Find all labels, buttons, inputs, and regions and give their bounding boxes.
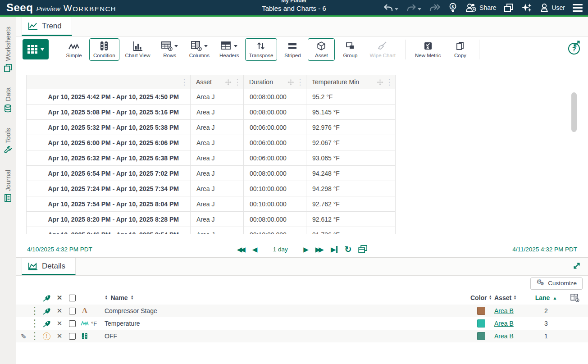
- toolbar-button-simple[interactable]: Simple: [60, 38, 87, 61]
- details-row-off[interactable]: ✎ ⋮ ! ✕ OFF Area B 1: [16, 330, 588, 342]
- name-column-header[interactable]: Name: [110, 294, 128, 301]
- color-swatch[interactable]: [477, 319, 485, 328]
- step-forward-fast-button[interactable]: ▶▶: [315, 246, 324, 253]
- range-start[interactable]: 4/10/2025 4:32 PM PDT: [27, 246, 92, 253]
- sort-icon[interactable]: ▲▼: [105, 296, 108, 300]
- toolbar-button-copy[interactable]: Copy: [447, 38, 474, 61]
- trend-expand-button[interactable]: [572, 39, 582, 49]
- add-user-icon: [465, 3, 477, 12]
- row-checkbox[interactable]: [69, 320, 76, 327]
- step-back-fast-button[interactable]: ◀◀: [237, 246, 246, 253]
- pencil-icon[interactable]: ✎: [19, 333, 27, 339]
- details-row-compressor-stage[interactable]: ⋮ ✕ A Compressor Stage Area B 2: [16, 305, 588, 317]
- toolbar-button-group[interactable]: Group: [337, 38, 364, 61]
- table-row[interactable]: Apr 10, 2025 4:42 PM - Apr 10, 2025 4:50…: [27, 89, 396, 105]
- lane-column-header[interactable]: Lane: [535, 294, 550, 301]
- customize-button[interactable]: ⚙⚙ Customize: [530, 278, 583, 290]
- table-row[interactable]: Apr 10, 2025 7:54 PM - Apr 10, 2025 8:04…: [27, 196, 396, 212]
- move-column-icon[interactable]: [287, 79, 294, 86]
- copy-worksheet-button[interactable]: [504, 3, 514, 13]
- item-name[interactable]: Compressor Stage: [105, 307, 157, 314]
- column-menu-icon[interactable]: ⋮: [386, 79, 392, 85]
- tab-details[interactable]: Details: [22, 258, 76, 275]
- sidebar-item-data[interactable]: Data: [4, 87, 12, 113]
- forward-all-button[interactable]: [429, 4, 441, 12]
- item-menu-icon[interactable]: ⋮: [32, 305, 38, 317]
- ai-assistant-button[interactable]: [521, 3, 532, 13]
- table-row[interactable]: Apr 10, 2025 5:08 PM - Apr 10, 2025 5:16…: [27, 105, 396, 120]
- toolbar-button-transpose[interactable]: Transpose: [245, 38, 278, 61]
- toolbar-button-headers[interactable]: Headers: [215, 38, 243, 61]
- column-menu-icon[interactable]: ⋮: [297, 79, 303, 85]
- range-duration[interactable]: 1 day: [264, 246, 296, 253]
- table-type-selector-button[interactable]: [23, 39, 49, 59]
- warning-icon[interactable]: !: [43, 332, 50, 340]
- remove-icon[interactable]: ✕: [57, 319, 63, 328]
- step-forward-button[interactable]: ▶: [303, 246, 309, 253]
- table-row[interactable]: Apr 10, 2025 5:32 PM - Apr 10, 2025 5:38…: [27, 120, 396, 135]
- table-row[interactable]: Apr 10, 2025 6:32 PM - Apr 10, 2025 6:38…: [27, 150, 396, 166]
- row-checkbox[interactable]: [69, 308, 76, 314]
- sidebar-item-tools[interactable]: Tools: [4, 128, 12, 155]
- copy-range-icon[interactable]: [358, 245, 367, 254]
- rocket-icon[interactable]: [43, 294, 50, 302]
- item-name[interactable]: Temperature: [105, 320, 140, 327]
- table-row[interactable]: Apr 10, 2025 8:20 PM - Apr 10, 2025 8:28…: [27, 212, 396, 227]
- sidebar-item-worksheets[interactable]: Worksheets: [4, 27, 12, 72]
- table-row[interactable]: Apr 10, 2025 6:54 PM - Apr 10, 2025 7:02…: [27, 166, 396, 181]
- table-row[interactable]: Apr 10, 2025 6:00 PM - Apr 10, 2025 6:06…: [27, 135, 396, 150]
- toolbar-button-new-metric[interactable]: New Metric: [411, 38, 445, 61]
- sidebar-item-journal[interactable]: Journal: [4, 170, 12, 203]
- breadcrumb[interactable]: My Folder: [281, 0, 307, 4]
- pricing-insights-button[interactable]: $: [448, 3, 457, 13]
- details-expand-button[interactable]: [572, 261, 582, 271]
- rocket-icon[interactable]: [43, 320, 50, 328]
- redo-button[interactable]: [406, 4, 421, 12]
- remove-all-icon[interactable]: ✕: [57, 294, 63, 302]
- toolbar-button-condition[interactable]: Condition: [89, 38, 119, 61]
- details-row-temperature[interactable]: ⋮ ✕ °F Temperature Area B 3: [16, 317, 588, 330]
- color-swatch[interactable]: [477, 307, 485, 315]
- vertical-scrollbar[interactable]: [571, 92, 577, 132]
- toolbar-button-wipe-chart[interactable]: Wipe Chart: [365, 38, 400, 61]
- toolbar-button-rows[interactable]: Rows: [156, 38, 183, 61]
- toolbar-button-columns[interactable]: Columns: [185, 38, 214, 61]
- move-column-icon[interactable]: [377, 79, 383, 86]
- add-column-icon[interactable]: [570, 294, 579, 302]
- move-column-icon[interactable]: [225, 79, 232, 86]
- sort-ascending-icon[interactable]: ▲: [552, 296, 557, 300]
- toolbar-button-chart-view[interactable]: Chart View: [121, 38, 155, 61]
- column-menu-icon[interactable]: ⋮: [234, 79, 241, 85]
- select-all-checkbox[interactable]: [69, 295, 76, 301]
- color-swatch[interactable]: [477, 332, 485, 340]
- item-menu-icon[interactable]: ⋮: [32, 330, 38, 342]
- asset-link[interactable]: Area B: [494, 320, 514, 327]
- toolbar-button-asset[interactable]: Asset: [308, 38, 335, 61]
- table-row[interactable]: Apr 10, 2025 8:46 PM - Apr 10, 2025 8:54…: [27, 227, 396, 235]
- sort-icon[interactable]: ▲▼: [131, 296, 134, 300]
- item-name[interactable]: OFF: [105, 332, 117, 340]
- user-menu-button[interactable]: User: [540, 3, 565, 13]
- rocket-icon[interactable]: [43, 307, 50, 315]
- asset-link[interactable]: Area B: [494, 332, 514, 340]
- column-menu-icon[interactable]: ⋮: [181, 79, 187, 85]
- asset-column-header[interactable]: Asset: [494, 294, 511, 301]
- item-menu-icon[interactable]: ⋮: [32, 318, 38, 329]
- main-menu-button[interactable]: [573, 4, 583, 12]
- row-checkbox[interactable]: [69, 333, 76, 340]
- toolbar-button-striped[interactable]: Striped: [279, 38, 306, 61]
- asset-link[interactable]: Area B: [494, 307, 514, 314]
- remove-icon[interactable]: ✕: [57, 332, 63, 340]
- sort-icon[interactable]: ▲▼: [513, 296, 516, 300]
- color-column-header[interactable]: Color: [470, 294, 487, 301]
- share-button[interactable]: Share: [465, 3, 496, 12]
- undo-button[interactable]: [383, 4, 398, 12]
- table-row[interactable]: Apr 10, 2025 7:24 PM - Apr 10, 2025 7:34…: [27, 181, 396, 196]
- jump-to-now-button[interactable]: ▶: [331, 246, 338, 253]
- remove-icon[interactable]: ✕: [57, 307, 63, 315]
- step-back-button[interactable]: ◀: [252, 246, 258, 253]
- sort-icon[interactable]: ▲▼: [489, 296, 492, 300]
- range-end[interactable]: 4/11/2025 4:32 PM PDT: [512, 246, 577, 253]
- refresh-icon[interactable]: ↻: [344, 245, 351, 254]
- tab-trend[interactable]: Trend: [22, 17, 72, 36]
